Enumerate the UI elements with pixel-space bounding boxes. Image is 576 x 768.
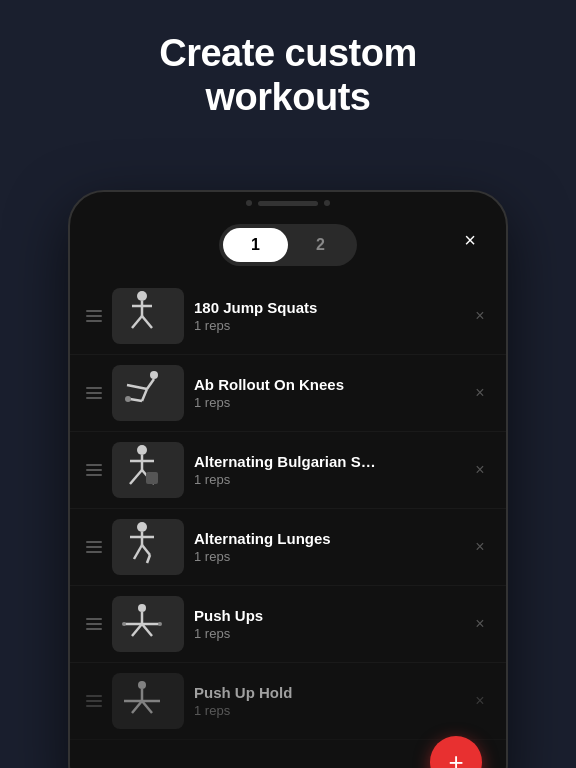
svg-line-8 (142, 389, 147, 401)
face-id-bar (258, 201, 318, 206)
exercise-figure (112, 673, 172, 721)
svg-line-3 (142, 316, 152, 328)
remove-exercise-button[interactable]: × (470, 383, 490, 403)
top-bar: 1 2 × (70, 206, 506, 278)
svg-line-34 (142, 701, 152, 713)
header-area: Create customworkouts (0, 0, 576, 143)
drag-handle-icon[interactable] (86, 695, 102, 707)
exercise-figure (112, 519, 172, 567)
close-button[interactable]: × (454, 224, 486, 256)
svg-line-2 (132, 316, 142, 328)
exercise-reps: 1 reps (194, 395, 460, 410)
svg-point-5 (150, 371, 158, 379)
phone-screen: 1 2 × (70, 206, 506, 768)
exercise-reps: 1 reps (194, 626, 460, 641)
exercise-info: Ab Rollout On Knees 1 reps (194, 376, 460, 410)
phone-container: 1 2 × (68, 190, 508, 768)
exercise-info: 180 Jump Squats 1 reps (194, 299, 460, 333)
exercise-item: Ab Rollout On Knees 1 reps × (70, 355, 506, 432)
exercise-item: Alternating Lunges 1 reps × (70, 509, 506, 586)
exercise-item: Push Up Hold 1 reps × (70, 663, 506, 740)
exercise-reps: 1 reps (194, 703, 460, 718)
phone-notch (70, 192, 506, 206)
exercise-name: 180 Jump Squats (194, 299, 460, 316)
svg-line-27 (142, 624, 152, 636)
drag-handle-icon[interactable] (86, 387, 102, 399)
exercise-name: Push Up Hold (194, 684, 460, 701)
svg-point-11 (137, 445, 147, 455)
exercise-figure (112, 288, 172, 336)
svg-point-28 (122, 622, 126, 626)
exercise-thumbnail (112, 596, 184, 652)
svg-point-30 (138, 681, 146, 689)
exercise-info: Alternating Lunges 1 reps (194, 530, 460, 564)
exercise-thumbnail (112, 442, 184, 498)
exercise-item: Alternating Bulgarian S… 1 reps × (70, 432, 506, 509)
exercise-name: Ab Rollout On Knees (194, 376, 460, 393)
exercise-name: Alternating Bulgarian S… (194, 453, 460, 470)
exercise-thumbnail (112, 288, 184, 344)
svg-rect-16 (146, 472, 158, 484)
tab-1[interactable]: 1 (223, 228, 288, 262)
exercise-figure (112, 442, 172, 490)
svg-line-21 (147, 555, 150, 563)
drag-handle-icon[interactable] (86, 464, 102, 476)
remove-exercise-button[interactable]: × (470, 614, 490, 634)
svg-line-19 (134, 545, 142, 559)
svg-point-23 (138, 604, 146, 612)
tab-2[interactable]: 2 (288, 228, 353, 262)
exercise-name: Push Ups (194, 607, 460, 624)
exercise-figure (112, 596, 172, 644)
exercise-reps: 1 reps (194, 318, 460, 333)
remove-exercise-button[interactable]: × (470, 691, 490, 711)
svg-point-0 (137, 291, 147, 301)
exercise-reps: 1 reps (194, 472, 460, 487)
svg-line-6 (147, 379, 154, 389)
svg-line-33 (132, 701, 142, 713)
drag-handle-icon[interactable] (86, 541, 102, 553)
exercise-list: 180 Jump Squats 1 reps × (70, 278, 506, 768)
svg-line-7 (127, 385, 147, 389)
exercise-figure (112, 365, 172, 413)
exercise-thumbnail (112, 519, 184, 575)
exercise-item: 180 Jump Squats 1 reps × (70, 278, 506, 355)
remove-exercise-button[interactable]: × (470, 460, 490, 480)
exercise-thumbnail (112, 673, 184, 729)
svg-point-10 (125, 396, 131, 402)
svg-line-9 (130, 399, 142, 401)
exercise-info: Push Ups 1 reps (194, 607, 460, 641)
exercise-reps: 1 reps (194, 549, 460, 564)
exercise-thumbnail (112, 365, 184, 421)
exercise-item: Push Ups 1 reps × (70, 586, 506, 663)
drag-handle-icon[interactable] (86, 310, 102, 322)
tab-selector: 1 2 (219, 224, 357, 266)
exercise-name: Alternating Lunges (194, 530, 460, 547)
exercise-info: Alternating Bulgarian S… 1 reps (194, 453, 460, 487)
svg-line-26 (132, 624, 142, 636)
remove-exercise-button[interactable]: × (470, 306, 490, 326)
svg-point-17 (137, 522, 147, 532)
remove-exercise-button[interactable]: × (470, 537, 490, 557)
svg-line-13 (130, 470, 142, 484)
svg-point-29 (158, 622, 162, 626)
exercise-info: Push Up Hold 1 reps (194, 684, 460, 718)
svg-line-20 (142, 545, 150, 555)
page-title: Create customworkouts (40, 32, 536, 119)
drag-handle-icon[interactable] (86, 618, 102, 630)
